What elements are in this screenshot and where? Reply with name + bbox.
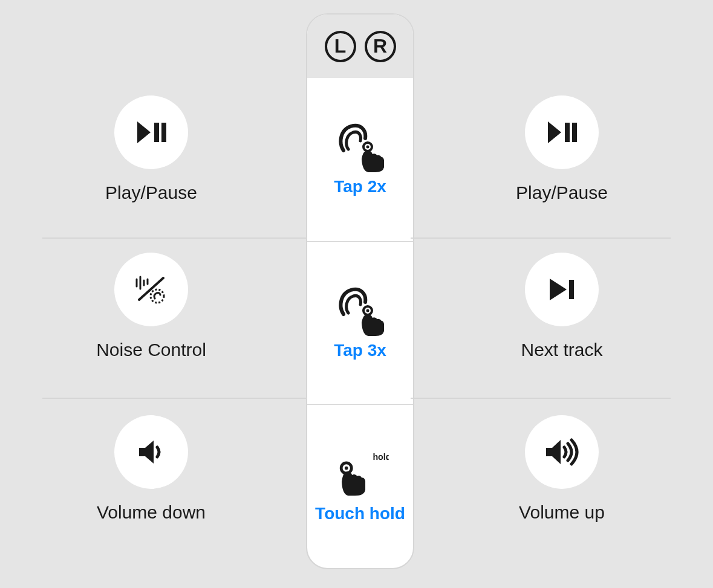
- play-pause-button[interactable]: [525, 95, 599, 169]
- svg-rect-17: [569, 280, 574, 299]
- noise-control-button[interactable]: [114, 253, 188, 326]
- svg-rect-7: [154, 123, 159, 142]
- play-pause-button[interactable]: [114, 95, 188, 169]
- control-row-3: Volume down Volume up: [0, 415, 713, 523]
- left-earbud-indicator: L: [325, 31, 356, 62]
- volume-up-icon: [544, 438, 580, 467]
- svg-line-11: [139, 278, 163, 300]
- volume-up-button[interactable]: [525, 415, 599, 489]
- left-noise-control[interactable]: Noise Control: [42, 253, 260, 360]
- volume-down-button[interactable]: [114, 415, 188, 489]
- lr-header: L R: [307, 15, 413, 78]
- divider: [42, 237, 307, 239]
- divider: [42, 398, 307, 399]
- svg-rect-8: [161, 123, 166, 142]
- right-earbud-indicator: R: [365, 31, 396, 62]
- left-volume-down-label: Volume down: [97, 502, 206, 523]
- volume-down-icon: [137, 439, 166, 465]
- right-play-pause-control[interactable]: Play/Pause: [453, 95, 671, 203]
- control-row-2: Noise Control Next track: [0, 253, 713, 360]
- svg-rect-10: [572, 123, 577, 142]
- right-next-track-control[interactable]: Next track: [453, 253, 671, 360]
- left-noise-control-label: Noise Control: [96, 340, 206, 360]
- right-volume-up-control[interactable]: Volume up: [453, 415, 671, 523]
- play-pause-icon: [135, 120, 168, 144]
- next-track-icon: [547, 277, 576, 302]
- control-row-1: Play/Pause Play/Pause: [0, 95, 713, 203]
- right-volume-up-label: Volume up: [519, 502, 605, 523]
- play-pause-icon: [545, 120, 578, 144]
- right-earbud-letter: R: [373, 35, 387, 57]
- divider: [411, 237, 671, 239]
- right-next-track-label: Next track: [521, 340, 602, 360]
- next-track-button[interactable]: [525, 253, 599, 326]
- left-volume-down-control[interactable]: Volume down: [42, 415, 260, 523]
- right-play-pause-label: Play/Pause: [516, 183, 608, 203]
- noise-control-icon: [133, 273, 169, 306]
- left-play-pause-label: Play/Pause: [105, 183, 197, 203]
- left-earbud-letter: L: [334, 35, 347, 57]
- svg-point-16: [151, 289, 164, 303]
- divider: [411, 398, 671, 399]
- left-play-pause-control[interactable]: Play/Pause: [42, 95, 260, 203]
- svg-rect-9: [565, 123, 570, 142]
